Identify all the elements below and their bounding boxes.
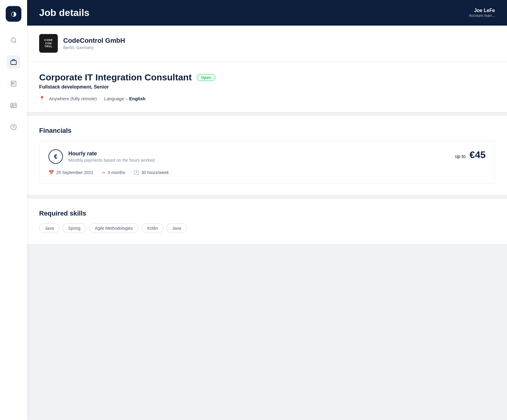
sidebar-item-candidates[interactable]	[7, 77, 20, 90]
financial-card: € Hourly rate Monthly payments based on …	[39, 141, 495, 184]
job-title: Corporate IT Integration Consultant	[39, 72, 192, 82]
company-name: CodeControl GmbH	[63, 37, 125, 45]
job-meta: 📍 Anywhere (fully remote) · Language – E…	[39, 96, 495, 101]
svg-rect-2	[11, 61, 16, 64]
job-location: Anywhere (fully remote)	[49, 96, 97, 101]
main-content: Job details Joe LeFe Account man... CODE…	[27, 0, 507, 420]
svg-point-6	[12, 82, 13, 83]
skill-tag: Agile Methodologies	[89, 223, 138, 233]
user-name: Joe LeFe	[469, 8, 495, 13]
divider-2	[27, 195, 507, 199]
skill-tag: Kotlin	[142, 223, 163, 233]
page-title: Job details	[39, 7, 89, 18]
sidebar-nav	[7, 34, 20, 134]
company-info: CODE CON TROL CodeControl GmbH Berlin, G…	[39, 34, 125, 53]
amount-prefix: up to	[455, 154, 466, 159]
skill-tag: Spring	[63, 223, 86, 233]
skills-list: JavaSpringAgile MethodologiesKotlinJava	[39, 223, 495, 233]
financial-details: 📅 25 September 2021 ⇔ 3 months 🕐 30 hour…	[48, 170, 486, 175]
company-logo: CODE CON TROL	[39, 34, 58, 53]
svg-point-9	[12, 104, 14, 106]
company-location: Berlin, Germany	[63, 45, 125, 50]
job-language: Language – English	[104, 96, 146, 101]
euro-icon: €	[48, 149, 63, 164]
financials-title: Financials	[39, 127, 495, 135]
clock-icon: 🕐	[134, 170, 139, 175]
sidebar: ◑	[0, 0, 27, 420]
financial-amount: up to €45	[455, 149, 486, 160]
detail-date-text: 25 September 2021	[56, 170, 93, 175]
job-title-row: Corporate IT Integration Consultant Open	[39, 72, 495, 82]
financial-left: € Hourly rate Monthly payments based on …	[48, 149, 154, 164]
job-section: Corporate IT Integration Consultant Open…	[27, 61, 507, 112]
skills-title: Required skills	[39, 210, 495, 217]
sidebar-item-jobs[interactable]	[7, 55, 20, 69]
app-logo: ◑	[6, 6, 21, 22]
separator: ·	[100, 96, 101, 101]
amount-value: €45	[470, 149, 486, 160]
detail-date: 📅 25 September 2021	[48, 170, 93, 175]
svg-line-1	[15, 42, 16, 43]
divider-1	[27, 112, 507, 116]
detail-duration: ⇔ 3 months	[102, 170, 125, 175]
skills-section: Required skills JavaSpringAgile Methodol…	[27, 199, 507, 244]
job-subtitle: Fullstack development, Senior	[39, 84, 495, 90]
skill-tag: Java	[166, 223, 187, 233]
calendar-icon: 📅	[48, 170, 54, 175]
financial-row: € Hourly rate Monthly payments based on …	[48, 149, 486, 164]
duration-icon: ⇔	[102, 170, 106, 175]
scrollable-content: CODE CON TROL CodeControl GmbH Berlin, G…	[27, 26, 507, 420]
company-card: CODE CON TROL CodeControl GmbH Berlin, G…	[27, 26, 507, 61]
detail-hours: 🕐 30 hours/week	[134, 170, 169, 175]
financial-desc: Monthly payments based on the hours work…	[68, 158, 154, 163]
financial-info: Hourly rate Monthly payments based on th…	[68, 151, 154, 163]
sidebar-item-search[interactable]	[7, 34, 20, 47]
svg-point-7	[12, 84, 13, 84]
detail-hours-text: 30 hours/week	[142, 170, 169, 175]
company-details: CodeControl GmbH Berlin, Germany	[63, 37, 125, 50]
financials-section: Financials € Hourly rate Monthly payment…	[27, 116, 507, 195]
page-header: Job details Joe LeFe Account man...	[27, 0, 507, 26]
sidebar-item-support[interactable]	[7, 120, 20, 134]
sidebar-item-profile[interactable]	[7, 99, 20, 112]
detail-duration-text: 3 months	[108, 170, 125, 175]
location-icon: 📍	[39, 96, 45, 101]
user-role: Account man...	[469, 13, 495, 18]
status-badge: Open	[197, 74, 216, 81]
skill-tag: Java	[39, 223, 60, 233]
user-info: Joe LeFe Account man...	[469, 8, 495, 18]
financial-label: Hourly rate	[68, 151, 154, 157]
